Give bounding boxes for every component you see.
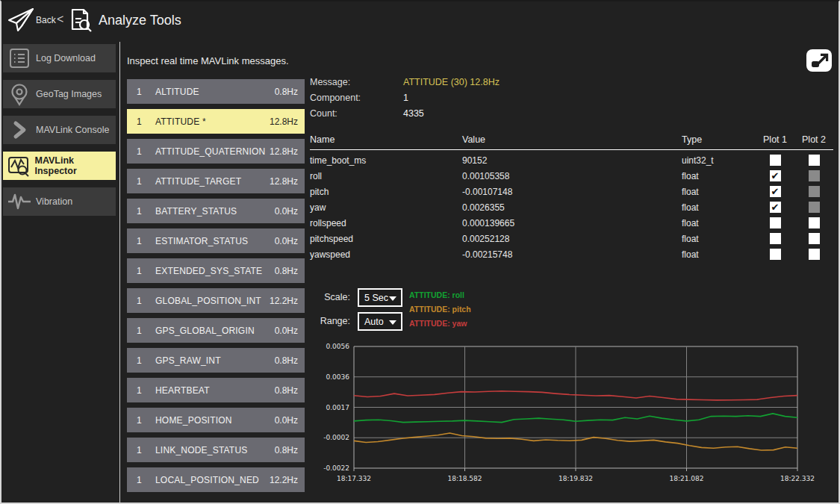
legend-entry: ATTITUDE: roll [409, 290, 471, 304]
x-axis-tick-label: 18:18.582 [448, 475, 482, 482]
range-dropdown-value: Auto [364, 317, 384, 327]
plot2-checkbox[interactable] [809, 155, 820, 166]
page-title: Analyze Tools [99, 1, 181, 39]
message-system-id: 1 [137, 236, 155, 246]
plot1-cell [756, 155, 794, 166]
sidebar-item-label: MAVLink Inspector [35, 155, 116, 176]
message-list-item[interactable]: 1BATTERY_STATUS0.0Hz [127, 199, 305, 223]
scale-dropdown-value: 5 Sec [364, 293, 388, 303]
sidebar-item-vibration[interactable]: Vibration [3, 187, 116, 216]
fields-table-header: Name Value Type Plot 1 Plot 2 [310, 134, 833, 150]
plot2-checkbox[interactable] [809, 249, 820, 260]
message-system-id: 1 [137, 266, 155, 276]
log-download-icon [3, 47, 36, 69]
plot1-checkbox[interactable] [770, 170, 781, 181]
message-list-item[interactable]: 1ESTIMATOR_STATUS0.0Hz [127, 228, 305, 253]
count-label: Count: [310, 106, 403, 122]
range-dropdown[interactable]: Auto [358, 312, 402, 331]
message-details: Message: ATTITUDE (30) 12.8Hz Component:… [310, 75, 500, 122]
analyze-tools-icon [69, 7, 94, 34]
sidebar-item-log-download[interactable]: Log Download [3, 44, 116, 72]
field-value: 0.00252128 [462, 234, 682, 244]
message-system-id: 1 [137, 176, 155, 187]
plot2-cell [794, 155, 833, 166]
fields-table-body: time_boot_ms90152uint32_troll0.00105358f… [310, 152, 833, 262]
message-list-item[interactable]: 1ALTITUDE0.8Hz [127, 79, 305, 104]
scale-dropdown[interactable]: 5 Sec [358, 288, 402, 307]
legend-entry: ATTITUDE: yaw [409, 318, 471, 332]
field-name: pitch [310, 187, 462, 197]
y-axis-tick-label: 0.0036 [326, 373, 350, 381]
field-value: 0.0026355 [462, 202, 682, 213]
field-name: yawspeed [310, 249, 462, 260]
sidebar-item-mavlink-inspector[interactable]: MAVLink Inspector [3, 152, 116, 180]
y-axis-tick-label: -0.0022 [323, 464, 349, 472]
message-rate: 0.0Hz [275, 326, 298, 336]
message-list-item[interactable]: 1GPS_RAW_INT0.8Hz [127, 348, 305, 373]
message-name: ATTITUDE_TARGET [155, 176, 270, 187]
plot1-checkbox[interactable] [770, 249, 781, 260]
field-type: float [682, 234, 756, 244]
field-name: rollspeed [310, 218, 462, 228]
message-list-item[interactable]: 1HEARTBEAT0.8Hz [127, 378, 305, 402]
message-list: 1ALTITUDE0.8Hz1ATTITUDE *12.8Hz1ATTITUDE… [127, 79, 305, 497]
chart-legend: ATTITUDE: rollATTITUDE: pitchATTITUDE: y… [409, 290, 471, 332]
message-system-id: 1 [137, 326, 155, 336]
app-logo-icon [7, 6, 35, 34]
message-list-item[interactable]: 1ATTITUDE *12.8Hz [127, 109, 305, 134]
sidebar-item-mavlink-console[interactable]: MAVLink Console [3, 116, 116, 144]
message-list-item[interactable]: 1EXTENDED_SYS_STATE0.8Hz [127, 258, 305, 283]
plot2-checkbox[interactable] [809, 233, 820, 244]
message-name: GPS_GLOBAL_ORIGIN [155, 326, 275, 336]
message-system-id: 1 [137, 146, 155, 157]
message-list-item[interactable]: 1GLOBAL_POSITION_INT12.2Hz [127, 288, 305, 313]
field-value: 0.00105358 [462, 171, 682, 181]
field-type: float [682, 218, 756, 228]
message-name: GLOBAL_POSITION_INT [155, 296, 270, 306]
table-row: pitchspeed0.00252128float [310, 231, 833, 246]
sidebar-item-label: Log Download [36, 53, 96, 63]
message-system-id: 1 [137, 116, 155, 127]
chevron-down-icon [389, 296, 396, 301]
message-list-item[interactable]: 1GPS_GLOBAL_ORIGIN0.0Hz [127, 318, 305, 343]
field-type: float [682, 187, 756, 197]
plot2-cell [794, 202, 833, 213]
plot2-checkbox [809, 202, 820, 213]
field-type: uint32_t [682, 155, 756, 166]
message-system-id: 1 [137, 87, 155, 97]
plot1-checkbox[interactable] [770, 186, 781, 197]
plot2-cell [794, 186, 833, 197]
field-type: float [682, 202, 756, 213]
field-value: 90152 [462, 155, 682, 166]
plot1-cell [756, 249, 794, 260]
message-rate: 0.0Hz [275, 236, 298, 246]
message-list-item[interactable]: 1LINK_NODE_STATUS0.8Hz [127, 438, 305, 462]
plot2-checkbox [809, 170, 820, 181]
sidebar-item-geotag-images[interactable]: GeoTag Images [3, 80, 116, 108]
vibration-icon [3, 190, 36, 213]
message-name: HOME_POSITION [155, 415, 275, 426]
back-button[interactable]: Back [36, 1, 56, 39]
message-system-id: 1 [137, 415, 155, 426]
message-value: ATTITUDE (30) 12.8Hz [403, 75, 500, 90]
plot2-checkbox[interactable] [809, 217, 820, 228]
message-name: BATTERY_STATUS [155, 206, 275, 217]
message-list-item[interactable]: 1HOME_POSITION0.0Hz [127, 408, 305, 432]
plot1-checkbox[interactable] [770, 217, 781, 228]
message-list-item[interactable]: 1LOCAL_POSITION_NED12.2Hz [127, 467, 305, 492]
field-value: -0.00215748 [462, 249, 682, 260]
message-rate: 12.2Hz [270, 296, 298, 306]
message-name: ATTITUDE_QUATERNION [155, 146, 270, 157]
message-system-id: 1 [137, 445, 155, 455]
message-rate: 0.0Hz [275, 206, 298, 217]
message-name: LOCAL_POSITION_NED [155, 475, 270, 485]
message-list-item[interactable]: 1ATTITUDE_TARGET12.8Hz [127, 169, 305, 193]
message-name: EXTENDED_SYS_STATE [155, 266, 275, 276]
message-list-item[interactable]: 1ATTITUDE_QUATERNION12.8Hz [127, 139, 305, 164]
field-value: -0.00107148 [462, 187, 682, 197]
expand-icon[interactable] [806, 49, 832, 72]
plot1-checkbox[interactable] [770, 233, 781, 244]
plot1-checkbox[interactable] [770, 155, 781, 166]
plot1-cell [756, 170, 794, 181]
plot1-checkbox[interactable] [770, 202, 781, 213]
